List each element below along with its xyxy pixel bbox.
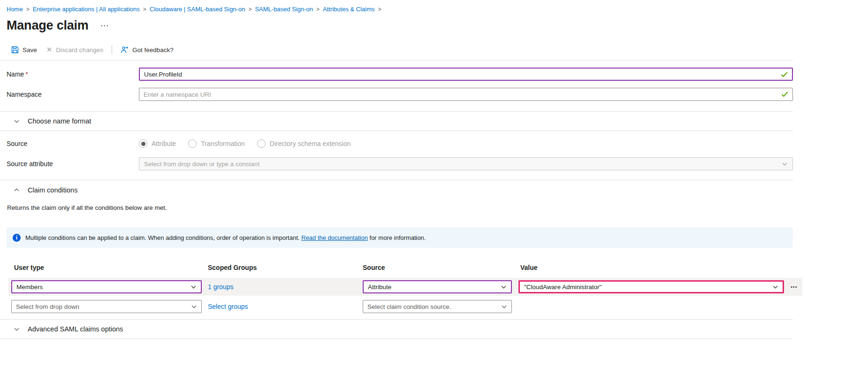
header-source: Source (363, 264, 518, 271)
chevron-down-icon (772, 284, 778, 290)
claim-conditions-description: Returns the claim only if all the condit… (0, 204, 868, 211)
header-scoped-groups: Scoped Groups (208, 264, 363, 271)
command-bar: Save ✕ Discard changes Got feedback? (7, 42, 868, 57)
breadcrumb-separator: > (316, 6, 320, 13)
chevron-up-icon (14, 187, 20, 193)
source-attribute-placeholder: Select from drop down or type a constant (144, 161, 259, 168)
save-button-label: Save (23, 46, 37, 54)
breadcrumb-link-saml-sign-on[interactable]: SAML-based Sign-on (255, 6, 313, 13)
source-label: Source (7, 140, 139, 147)
name-field-row: Name* (7, 68, 868, 81)
banner-text: Multiple conditions can be applied to a … (25, 234, 426, 241)
page-title: Manage claim (7, 18, 89, 33)
choose-name-format-label: Choose name format (28, 117, 91, 125)
user-type-dropdown[interactable]: Members (11, 280, 202, 293)
breadcrumb-separator: > (143, 6, 146, 13)
chevron-down-icon (14, 326, 20, 332)
choose-name-format-section[interactable]: Choose name format (0, 111, 793, 131)
user-type-placeholder: Select from drop down (16, 303, 79, 310)
condition-source-value: Attribute (368, 284, 391, 291)
namespace-input[interactable] (139, 88, 792, 100)
source-field-row: Source Attribute Transformation Director… (7, 133, 868, 154)
advanced-saml-options-label: Advanced SAML claims options (28, 325, 123, 333)
header-value: Value (518, 264, 868, 271)
radio-circle-icon (188, 139, 197, 148)
breadcrumb-link-cloudaware[interactable]: Cloudaware | SAML-based Sign-on (150, 6, 245, 13)
groups-link[interactable]: 1 groups (208, 283, 233, 291)
feedback-button-label: Got feedback? (132, 46, 174, 54)
save-button[interactable]: Save (7, 42, 42, 57)
user-type-dropdown-empty[interactable]: Select from drop down (11, 300, 202, 313)
condition-row-members: Members 1 groups Attribute "CloudAware A… (8, 278, 802, 296)
radio-directory-schema-extension[interactable]: Directory schema extension (257, 139, 351, 148)
row-more-options-icon[interactable]: ••• (791, 284, 798, 290)
read-the-documentation-link[interactable]: Read the documentation (301, 234, 368, 241)
namespace-input-wrapper (139, 88, 793, 101)
breadcrumb: Home > Enterprise applications | All app… (0, 0, 868, 13)
chevron-down-icon (14, 118, 20, 124)
claim-conditions-label: Claim conditions (28, 186, 77, 194)
info-banner: i Multiple conditions can be applied to … (7, 227, 793, 248)
valid-check-icon (781, 91, 788, 97)
name-input[interactable] (140, 69, 792, 80)
breadcrumb-link-home[interactable]: Home (7, 6, 23, 13)
name-input-wrapper (139, 68, 793, 81)
source-attribute-row: Source attribute Select from drop down o… (7, 157, 868, 170)
claim-conditions-section[interactable]: Claim conditions (0, 180, 793, 200)
discard-changes-button[interactable]: ✕ Discard changes (42, 42, 108, 57)
source-attribute-label: Source attribute (7, 160, 139, 168)
condition-row-new: Select from drop down Select groups Sele… (8, 298, 802, 315)
radio-attribute-label: Attribute (152, 140, 176, 147)
breadcrumb-separator: > (26, 6, 30, 13)
user-type-value: Members (16, 284, 43, 291)
toolbar-divider (0, 60, 793, 61)
got-feedback-button[interactable]: Got feedback? (116, 42, 178, 57)
breadcrumb-separator: > (378, 6, 381, 13)
chevron-down-icon (501, 304, 507, 310)
breadcrumb-link-enterprise-applications[interactable]: Enterprise applications | All applicatio… (33, 6, 140, 13)
header-user-type: User type (8, 264, 208, 271)
info-icon: i (13, 234, 21, 242)
radio-directory-schema-label: Directory schema extension (270, 140, 351, 147)
chevron-down-icon (782, 161, 788, 167)
source-attribute-dropdown[interactable]: Select from drop down or type a constant (139, 157, 793, 170)
condition-value-text: "CloudAware Administrator" (524, 284, 602, 291)
breadcrumb-link-attributes-claims[interactable]: Attributes & Claims (323, 6, 375, 13)
select-groups-link[interactable]: Select groups (208, 303, 248, 310)
condition-source-placeholder: Select claim condition source. (367, 303, 451, 310)
chevron-down-icon (191, 304, 197, 310)
condition-value-dropdown[interactable]: "CloudAware Administrator" (518, 280, 784, 293)
radio-circle-icon (257, 139, 266, 148)
chevron-down-icon (501, 284, 507, 290)
valid-check-icon (781, 71, 788, 77)
condition-source-dropdown-empty[interactable]: Select claim condition source. (363, 300, 512, 313)
conditions-table: User type Scoped Groups Source Value Mem… (8, 264, 868, 315)
toolbar-separator (112, 45, 112, 54)
discard-x-icon: ✕ (46, 46, 53, 54)
required-asterisk: * (25, 70, 28, 78)
chevron-down-icon (190, 284, 197, 290)
conditions-table-header: User type Scoped Groups Source Value (8, 264, 868, 271)
discard-button-label: Discard changes (56, 46, 103, 54)
name-label: Name* (7, 70, 139, 78)
save-icon (11, 46, 19, 54)
condition-source-dropdown[interactable]: Attribute (363, 280, 512, 293)
radio-circle-icon (139, 139, 147, 148)
radio-transformation-label: Transformation (201, 140, 245, 147)
feedback-icon (121, 46, 129, 54)
radio-attribute[interactable]: Attribute (139, 139, 176, 148)
namespace-label: Namespace (7, 91, 139, 98)
page-more-options-icon[interactable]: ··· (101, 22, 109, 30)
advanced-saml-options-section[interactable]: Advanced SAML claims options (0, 319, 793, 339)
source-radio-group: Attribute Transformation Directory schem… (139, 139, 351, 148)
namespace-field-row: Namespace (7, 88, 868, 101)
radio-transformation[interactable]: Transformation (188, 139, 245, 148)
breadcrumb-separator: > (248, 6, 251, 13)
